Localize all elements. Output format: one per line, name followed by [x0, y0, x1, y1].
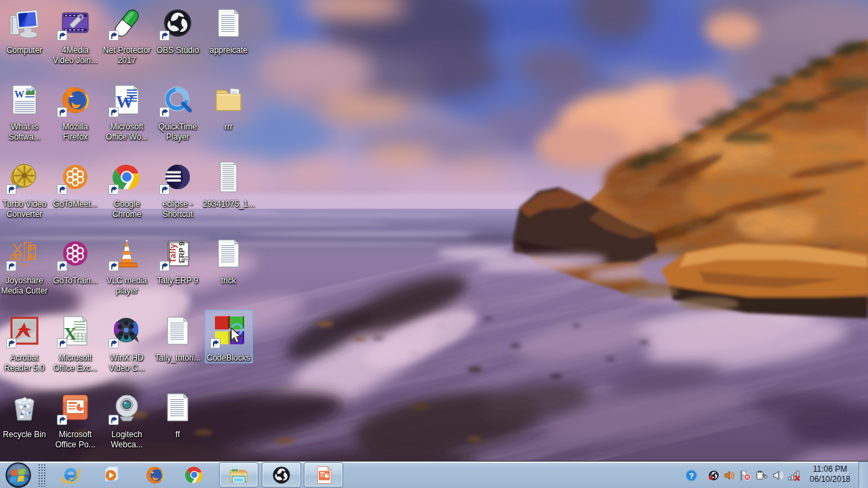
svg-text:W: W: [14, 89, 24, 100]
svg-text:?: ?: [689, 472, 694, 480]
svg-text:Tally: Tally: [168, 243, 178, 263]
svg-text:ERP 9: ERP 9: [178, 241, 186, 263]
